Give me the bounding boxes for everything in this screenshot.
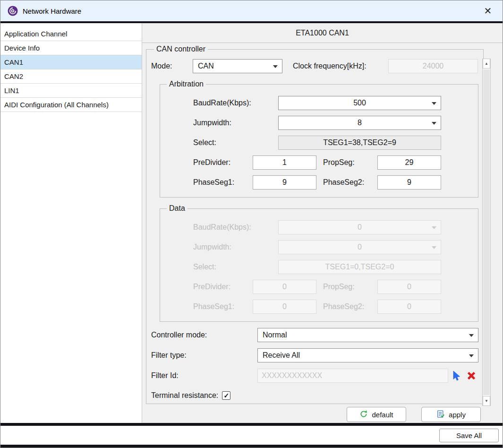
- mode-select[interactable]: CAN: [193, 59, 282, 73]
- arb-phaseseg2-input[interactable]: [377, 175, 441, 190]
- refresh-icon: [359, 410, 368, 420]
- data-phaseseg2-input: [377, 300, 441, 314]
- apply-button[interactable]: apply: [421, 407, 481, 422]
- close-icon[interactable]: ✕: [480, 0, 496, 21]
- clock-frequency-label: Clock frequency[kHz]:: [293, 62, 385, 70]
- chevron-down-icon: [273, 65, 278, 68]
- vertical-scrollbar[interactable]: ▲ ▼: [482, 59, 491, 406]
- controller-mode-select[interactable]: Normal: [257, 328, 478, 342]
- terminal-resistance-checkbox[interactable]: ✓: [222, 391, 230, 400]
- chevron-down-icon: [469, 354, 474, 357]
- can-controller-group: CAN controller Mode: CAN Clock frequency…: [146, 45, 484, 404]
- data-predivider-label: PreDivider:: [193, 283, 247, 291]
- scroll-down-icon[interactable]: ▼: [483, 396, 490, 406]
- scroll-up-icon[interactable]: ▲: [483, 59, 490, 69]
- data-phaseseg1-input: [253, 300, 316, 314]
- check-icon: ✓: [223, 392, 229, 399]
- arbitration-legend: Arbitration: [167, 80, 206, 88]
- sidebar-item-application-channel[interactable]: Application Channel: [0, 27, 142, 41]
- arb-jumpwidth-select[interactable]: 8: [278, 116, 441, 130]
- filter-id-label: Filter Id:: [151, 371, 257, 380]
- arb-baudrate-label: BaudRate(Kbps):: [193, 99, 273, 107]
- arb-phaseseg2-label: PhaseSeg2:: [323, 178, 377, 187]
- app-logo-icon: [7, 5, 18, 17]
- data-propseg-label: PropSeg:: [323, 283, 377, 291]
- channel-sidebar: Application Channel Device Info CAN1 CAN…: [0, 23, 142, 423]
- apply-checklist-icon: [436, 410, 445, 420]
- data-select-label: Select:: [193, 263, 273, 271]
- save-all-label: Save All: [456, 431, 482, 439]
- arb-jumpwidth-value: 8: [279, 119, 441, 127]
- data-baudrate-value: 0: [279, 223, 441, 232]
- window-title: Network Hardware: [23, 7, 81, 15]
- controller-mode-value: Normal: [258, 331, 478, 339]
- arb-propseg-label: PropSeg:: [323, 158, 377, 167]
- terminal-resistance-label: Terminal resistance:: [151, 391, 218, 400]
- default-button[interactable]: default: [347, 407, 406, 422]
- can-controller-legend: CAN controller: [154, 45, 208, 53]
- pick-filter-cursor-icon[interactable]: [449, 369, 463, 383]
- filter-type-value: Receive All: [258, 351, 478, 360]
- sidebar-item-aidi-configuration[interactable]: AIDI Configuration (All Channels): [0, 98, 142, 112]
- arb-jumpwidth-label: Jumpwidth:: [193, 119, 273, 127]
- arb-predivider-label: PreDivider:: [193, 158, 247, 167]
- sidebar-item-can1[interactable]: CAN1: [0, 55, 142, 69]
- sidebar-item-device-info[interactable]: Device Info: [0, 41, 142, 55]
- data-jumpwidth-value: 0: [279, 243, 441, 251]
- default-button-label: default: [372, 411, 393, 419]
- arb-phaseseg1-input[interactable]: [253, 175, 316, 190]
- data-propseg-input: [377, 280, 441, 294]
- data-group: Data BaudRate(Kbps): 0 Jumpwidth: 0: [160, 204, 478, 322]
- clear-filter-x-icon[interactable]: [464, 369, 478, 383]
- chevron-down-icon: [432, 226, 436, 229]
- data-phaseseg1-label: PhaseSeg1:: [193, 302, 247, 311]
- apply-button-label: apply: [449, 411, 466, 419]
- mode-label: Mode:: [151, 62, 193, 70]
- data-baudrate-label: BaudRate(Kbps):: [193, 223, 273, 232]
- controller-mode-label: Controller mode:: [151, 331, 257, 339]
- data-baudrate-select: 0: [278, 220, 441, 234]
- filter-id-input: [257, 369, 448, 383]
- panel-title: ETA1000 CAN1: [142, 23, 503, 43]
- scrollbar-thumb[interactable]: [483, 69, 490, 395]
- arb-predivider-input[interactable]: [253, 155, 316, 170]
- arb-propseg-input[interactable]: [377, 155, 441, 170]
- data-phaseseg2-label: PhaseSeg2:: [323, 302, 377, 311]
- arb-baudrate-select[interactable]: 500: [278, 96, 441, 110]
- chevron-down-icon: [432, 246, 436, 249]
- mode-select-value: CAN: [193, 62, 282, 70]
- chevron-down-icon: [432, 102, 436, 105]
- arb-select-label: Select:: [193, 138, 273, 147]
- sidebar-item-lin1[interactable]: LIN1: [0, 84, 142, 98]
- footer-bar: Save All: [0, 426, 503, 445]
- chevron-down-icon: [432, 122, 436, 125]
- filter-type-label: Filter type:: [151, 351, 257, 360]
- data-predivider-input: [253, 280, 316, 294]
- settings-panel: ETA1000 CAN1 CAN controller Mode: CAN Cl…: [142, 23, 503, 423]
- window-bottom-edge: [0, 445, 503, 448]
- network-hardware-dialog: Network Hardware ✕ Application Channel D…: [0, 0, 503, 448]
- clock-frequency-input: [388, 59, 478, 73]
- arb-baudrate-value: 500: [279, 99, 441, 107]
- data-jumpwidth-select: 0: [278, 240, 441, 254]
- save-all-button[interactable]: Save All: [439, 429, 499, 442]
- chevron-down-icon: [469, 334, 474, 337]
- data-select-field: [278, 260, 441, 274]
- data-legend: Data: [167, 204, 188, 213]
- data-jumpwidth-label: Jumpwidth:: [193, 243, 273, 251]
- sidebar-item-can2[interactable]: CAN2: [0, 69, 142, 84]
- arbitration-group: Arbitration BaudRate(Kbps): 500 Jumpwidt…: [160, 80, 478, 198]
- arb-select-field: [278, 136, 441, 150]
- filter-type-select[interactable]: Receive All: [257, 348, 478, 362]
- arb-phaseseg1-label: PhaseSeg1:: [193, 178, 247, 187]
- title-bar: Network Hardware ✕: [0, 0, 503, 21]
